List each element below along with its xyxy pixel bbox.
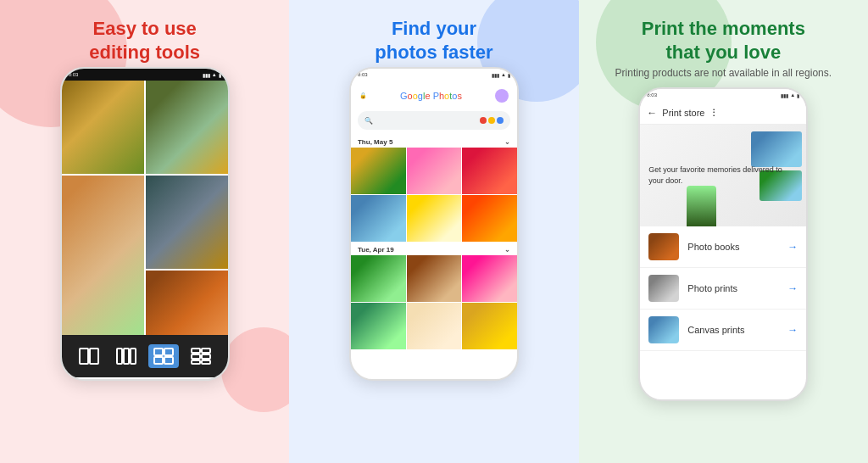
panel-print-moments: Print the moments that you love Printing… (579, 0, 868, 463)
photo-books-label: Photo books (687, 242, 779, 252)
canvas-prints-arrow: → (787, 324, 798, 336)
svg-rect-8 (164, 357, 173, 364)
plant-decoration (687, 186, 716, 226)
logo-g: G (400, 91, 408, 101)
svg-rect-6 (164, 349, 173, 355)
status-time-3: 8:03 (647, 92, 657, 98)
grid3-button[interactable] (111, 344, 142, 368)
battery-icon: ▮ (219, 72, 221, 78)
svg-rect-14 (202, 360, 210, 364)
photo-cell-1 (62, 81, 144, 174)
print-store-header: ← Print store ⋮ (640, 101, 806, 125)
panel-editing-tools: Easy to use editing tools 8:03 ▮▮▮ ▲ ▮ (0, 0, 289, 463)
photo-grid-2 (351, 255, 517, 349)
svg-rect-5 (154, 349, 163, 355)
hero-text-container: Get your favorite memories delivered to … (648, 165, 798, 187)
panel-2-title: Find your photos faster (375, 17, 492, 64)
photo-grid (62, 81, 228, 335)
hero-text: Get your favorite memories delivered to … (648, 165, 798, 187)
gp-photo-3[interactable] (462, 148, 517, 194)
logo-photos-s: s (457, 91, 462, 101)
status-icons: ▮▮▮ ▲ ▮ (203, 72, 221, 78)
grid2-button[interactable] (74, 344, 104, 368)
date-section-2: Tue, Apr 19 ⌄ (351, 243, 517, 255)
canvas-prints-thumb (648, 316, 679, 343)
status-bar-3: 8:03 ▮▮▮ ▲ ▮ (640, 89, 806, 101)
photo-cell-4 (146, 176, 228, 269)
date-label-1: Thu, May 5 (358, 138, 392, 146)
phone-mockup-1: 8:03 ▮▮▮ ▲ ▮ (60, 67, 230, 381)
wifi-icon-2: ▲ (501, 72, 506, 77)
user-avatar[interactable] (495, 89, 509, 103)
lock-icon: 🔒 (359, 92, 367, 99)
status-time: 8:03 (69, 72, 79, 77)
gp-photo-4[interactable] (351, 195, 406, 242)
gp-photo-6[interactable] (462, 195, 517, 242)
status-icons-2: ▮▮▮ ▲ ▮ (492, 72, 510, 78)
phone-mockup-3: 8:03 ▮▮▮ ▲ ▮ ← Print store ⋮ Get your fa… (638, 87, 808, 401)
svg-rect-12 (202, 354, 210, 359)
photo-books-thumb (648, 233, 679, 260)
photo-prints-label: Photo prints (687, 283, 779, 293)
battery-icon-2: ▮ (508, 72, 510, 78)
gp-photo-8[interactable] (407, 255, 462, 302)
gp-photo-11[interactable] (407, 303, 462, 349)
list-item-photo-prints[interactable]: Photo prints → (640, 268, 806, 310)
status-icons-3: ▮▮▮ ▲ ▮ (781, 92, 799, 98)
svg-rect-11 (192, 354, 200, 359)
svg-rect-9 (192, 349, 200, 353)
date-section-1: Thu, May 5 ⌄ (351, 135, 517, 148)
filter-red[interactable] (480, 117, 487, 124)
filter-icons (480, 117, 504, 124)
svg-rect-7 (154, 357, 163, 364)
panel-find-photos: Find your photos faster 8:03 ▮▮▮ ▲ ▮ 🔒 G… (289, 0, 578, 463)
gp-photo-10[interactable] (351, 303, 406, 349)
svg-rect-2 (117, 349, 122, 364)
grid4-button[interactable] (148, 344, 179, 368)
gp-photo-2[interactable] (407, 148, 462, 194)
panel-3-title: Print the moments that you love (642, 17, 805, 64)
chevron-1[interactable]: ⌄ (504, 138, 510, 146)
status-time-2: 8:03 (358, 72, 368, 77)
list-item-canvas-prints[interactable]: Canvas prints → (640, 310, 806, 351)
svg-rect-1 (90, 349, 98, 364)
photo-cell-2 (146, 81, 228, 174)
gp-photo-7[interactable] (351, 255, 406, 302)
photo-prints-thumb (648, 275, 679, 302)
photo-books-arrow: → (787, 241, 798, 253)
gp-photo-12[interactable] (462, 303, 517, 349)
hero-photo-couple (751, 131, 802, 167)
signal-icon: ▮▮▮ (203, 72, 210, 78)
svg-rect-0 (80, 349, 88, 364)
search-icon: 🔍 (364, 117, 373, 125)
gp-app-header: 🔒 G o o g l e P h o t o s (351, 81, 517, 111)
filter-blue[interactable] (497, 117, 504, 124)
print-hero: Get your favorite memories delivered to … (640, 125, 806, 226)
filter-yellow[interactable] (488, 117, 495, 124)
grid-strip-button[interactable] (186, 344, 216, 368)
more-options-icon[interactable]: ⋮ (709, 108, 718, 117)
svg-rect-10 (202, 349, 210, 353)
gp-photo-5[interactable] (407, 195, 462, 242)
signal-icon-2: ▮▮▮ (492, 72, 499, 78)
panel-3-subtitle: Printing products are not available in a… (615, 67, 832, 79)
canvas-prints-label: Canvas prints (687, 325, 779, 335)
svg-rect-4 (131, 349, 136, 364)
photo-cell-5 (146, 271, 228, 335)
signal-icon-3: ▮▮▮ (781, 92, 788, 98)
chevron-2[interactable]: ⌄ (504, 246, 510, 254)
photo-prints-arrow: → (787, 282, 798, 294)
photo-grid-1 (351, 148, 517, 242)
svg-rect-3 (124, 349, 129, 364)
gp-logo: G o o g l e P h o t o s (400, 91, 462, 101)
status-bar-2: 8:03 ▮▮▮ ▲ ▮ (351, 69, 517, 81)
search-bar[interactable]: 🔍 (358, 111, 510, 130)
wifi-icon-3: ▲ (790, 92, 795, 98)
back-button[interactable]: ← (647, 107, 657, 119)
gp-photo-9[interactable] (462, 255, 517, 302)
wifi-icon: ▲ (212, 72, 217, 77)
list-item-photo-books[interactable]: Photo books → (640, 226, 806, 268)
store-title: Print store (662, 108, 704, 118)
gp-photo-1[interactable] (351, 148, 406, 194)
panel-1-title: Easy to use editing tools (89, 17, 200, 64)
